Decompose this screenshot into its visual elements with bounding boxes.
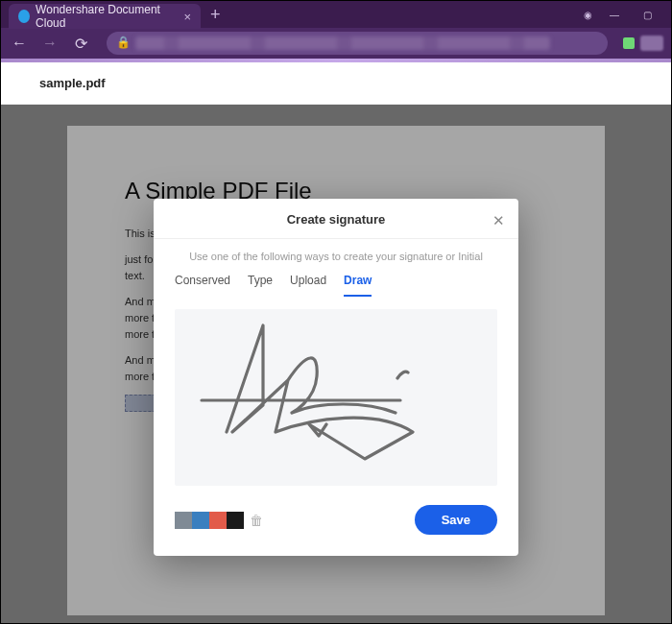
browser-chrome: Wondershare Document Cloud × + ◉ — ▢ ← →… xyxy=(1,1,671,59)
clear-icon[interactable]: 🗑 xyxy=(250,513,263,528)
modal-overlay: Create signature ✕ Use one of the follow… xyxy=(1,105,671,624)
url-input[interactable]: 🔒 xyxy=(107,32,608,55)
swatch-blue[interactable] xyxy=(192,512,209,529)
signature-stroke xyxy=(175,309,497,486)
address-bar: ← → ⟳ 🔒 xyxy=(1,28,671,59)
tab-draw[interactable]: Draw xyxy=(344,274,372,297)
save-button[interactable]: Save xyxy=(415,505,497,535)
reload-button[interactable]: ⟳ xyxy=(70,35,91,53)
tab-type[interactable]: Type xyxy=(248,274,273,297)
modal-subtitle: Use one of the following ways to create … xyxy=(154,239,518,268)
swatch-gray[interactable] xyxy=(175,512,192,529)
tab-bar: Wondershare Document Cloud × + ◉ — ▢ xyxy=(1,1,671,28)
swatch-black[interactable] xyxy=(227,512,244,529)
color-swatches xyxy=(175,512,244,529)
new-tab-button[interactable]: + xyxy=(210,5,221,25)
profile-avatar[interactable] xyxy=(640,36,663,51)
modal-title: Create signature xyxy=(169,212,503,227)
url-blurred xyxy=(135,36,550,50)
maximize-button[interactable]: ▢ xyxy=(636,7,658,22)
swatch-red[interactable] xyxy=(209,512,227,529)
tab-title: Wondershare Document Cloud xyxy=(36,3,172,30)
signature-modal: Create signature ✕ Use one of the follow… xyxy=(154,199,518,556)
window-controls: ◉ — ▢ xyxy=(584,7,663,22)
document-filename: sample.pdf xyxy=(39,76,106,90)
signature-canvas[interactable] xyxy=(175,309,497,486)
tab-conserved[interactable]: Conserved xyxy=(175,274,230,297)
forward-button[interactable]: → xyxy=(39,35,60,52)
back-button[interactable]: ← xyxy=(9,35,30,52)
media-icon[interactable]: ◉ xyxy=(584,10,592,20)
tab-upload[interactable]: Upload xyxy=(290,274,326,297)
wondershare-favicon xyxy=(18,10,30,23)
document-header: sample.pdf xyxy=(1,62,671,105)
extension-icon[interactable] xyxy=(623,37,635,49)
close-tab-icon[interactable]: × xyxy=(183,10,191,24)
close-icon[interactable]: ✕ xyxy=(492,212,505,229)
signature-tabs: Conserved Type Upload Draw xyxy=(154,268,518,298)
minimize-button[interactable]: — xyxy=(604,7,625,22)
browser-tab[interactable]: Wondershare Document Cloud × xyxy=(9,4,201,29)
lock-icon: 🔒 xyxy=(116,36,131,49)
